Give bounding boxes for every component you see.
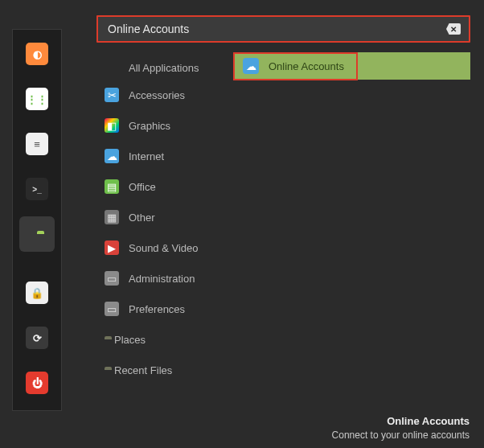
category-other[interactable]: ▦ Other xyxy=(103,202,232,232)
category-label: Office xyxy=(129,181,156,193)
logout-icon: ⟳ xyxy=(26,327,48,349)
category-label: Graphics xyxy=(129,120,170,132)
category-administration[interactable]: ▭ Administration xyxy=(103,263,232,294)
apps-icon: ⋮⋮ xyxy=(26,88,48,110)
category-recent-files[interactable]: Recent Files xyxy=(103,355,232,385)
category-label: Administration xyxy=(129,273,195,285)
launcher-power[interactable]: ⏻ xyxy=(19,365,55,401)
category-label: Sound & Video xyxy=(129,242,199,254)
prefs-icon: ▭ xyxy=(105,302,119,316)
category-graphics[interactable]: ◧ Graphics xyxy=(103,110,232,141)
cloud-icon: ☁ xyxy=(243,58,259,74)
category-internet[interactable]: ☁ Internet xyxy=(103,141,232,171)
search-results: ☁ Online Accounts xyxy=(235,52,470,80)
power-icon: ⏻ xyxy=(26,372,48,394)
settings-icon: ≡ xyxy=(26,133,48,155)
launcher-terminal[interactable]: >_ xyxy=(19,171,55,207)
lock-icon: 🔒 xyxy=(26,282,48,304)
app-description-tooltip: Online Accounts Connect to your online a… xyxy=(332,414,470,442)
category-all-applications[interactable]: All Applications xyxy=(103,55,232,80)
scissors-icon: ✂ xyxy=(105,88,119,102)
search-input[interactable] xyxy=(108,23,446,35)
palette-icon: ◧ xyxy=(105,118,119,133)
launcher-logout[interactable]: ⟳ xyxy=(19,320,55,356)
play-icon: ▶ xyxy=(105,240,119,255)
firefox-icon: ◐ xyxy=(26,43,48,65)
category-office[interactable]: ▤ Office xyxy=(103,171,232,202)
category-label: Accessories xyxy=(129,89,185,101)
category-preferences[interactable]: ▭ Preferences xyxy=(103,294,232,324)
result-label: Online Accounts xyxy=(269,60,344,72)
launcher-settings[interactable]: ≡ xyxy=(19,126,55,162)
category-sound-video[interactable]: ▶ Sound & Video xyxy=(103,232,232,263)
search-field-highlight: ✕ xyxy=(96,15,470,43)
category-label: All Applications xyxy=(129,62,199,74)
category-accessories[interactable]: ✂ Accessories xyxy=(103,80,232,110)
category-label: Preferences xyxy=(129,303,185,315)
category-label: Other xyxy=(129,212,155,224)
launcher-lock[interactable]: 🔒 xyxy=(19,275,55,310)
result-online-accounts[interactable]: ☁ Online Accounts xyxy=(235,52,470,80)
launcher-firefox[interactable]: ◐ xyxy=(19,36,55,72)
tooltip-subtitle: Connect to your online accounts xyxy=(332,429,470,442)
launcher-apps[interactable]: ⋮⋮ xyxy=(19,81,55,117)
admin-icon: ▭ xyxy=(105,271,119,286)
category-label: Internet xyxy=(129,150,164,162)
category-places[interactable]: Places xyxy=(103,324,232,355)
category-label: Recent Files xyxy=(114,364,172,376)
grid-icon: ▦ xyxy=(105,210,119,224)
tooltip-title: Online Accounts xyxy=(332,414,470,429)
document-icon: ▤ xyxy=(105,179,119,194)
launcher-files[interactable] xyxy=(19,216,55,252)
terminal-icon: >_ xyxy=(26,178,48,200)
category-list: All Applications ✂ Accessories ◧ Graphic… xyxy=(103,55,232,385)
cloud-icon: ☁ xyxy=(105,149,119,163)
clear-search-icon[interactable]: ✕ xyxy=(446,23,461,35)
category-label: Places xyxy=(114,334,146,346)
favorites-sidebar: ◐ ⋮⋮ ≡ >_ 🔒 ⟳ ⏻ xyxy=(12,29,62,411)
